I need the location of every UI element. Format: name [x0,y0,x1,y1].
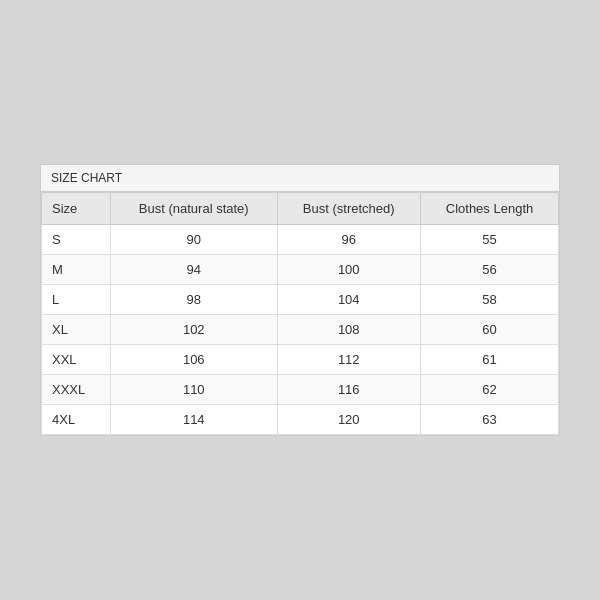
cell-clothes_length: 55 [420,225,558,255]
table-row: 4XL11412063 [42,405,559,435]
cell-bust_stretched: 100 [277,255,420,285]
table-title: SIZE CHART [41,165,559,192]
cell-bust_natural: 90 [111,225,277,255]
cell-bust_stretched: 112 [277,345,420,375]
col-header-size: Size [42,193,111,225]
table-row: L9810458 [42,285,559,315]
cell-bust_natural: 110 [111,375,277,405]
cell-clothes_length: 63 [420,405,558,435]
cell-size: XL [42,315,111,345]
table-row: S909655 [42,225,559,255]
cell-size: XXXL [42,375,111,405]
table-header-row: Size Bust (natural state) Bust (stretche… [42,193,559,225]
cell-bust_natural: 114 [111,405,277,435]
cell-size: 4XL [42,405,111,435]
cell-bust_stretched: 120 [277,405,420,435]
cell-clothes_length: 60 [420,315,558,345]
table-row: XXL10611261 [42,345,559,375]
col-header-clothes-length: Clothes Length [420,193,558,225]
table-row: XL10210860 [42,315,559,345]
cell-bust_stretched: 108 [277,315,420,345]
table-row: M9410056 [42,255,559,285]
cell-bust_stretched: 104 [277,285,420,315]
table-row: XXXL11011662 [42,375,559,405]
col-header-bust-natural: Bust (natural state) [111,193,277,225]
cell-bust_stretched: 116 [277,375,420,405]
col-header-bust-stretched: Bust (stretched) [277,193,420,225]
cell-bust_natural: 102 [111,315,277,345]
cell-bust_stretched: 96 [277,225,420,255]
cell-size: L [42,285,111,315]
cell-bust_natural: 106 [111,345,277,375]
cell-bust_natural: 94 [111,255,277,285]
size-chart-table: Size Bust (natural state) Bust (stretche… [41,192,559,435]
cell-clothes_length: 62 [420,375,558,405]
table-body: S909655M9410056L9810458XL10210860XXL1061… [42,225,559,435]
cell-size: M [42,255,111,285]
cell-size: S [42,225,111,255]
cell-clothes_length: 58 [420,285,558,315]
cell-bust_natural: 98 [111,285,277,315]
cell-size: XXL [42,345,111,375]
cell-clothes_length: 56 [420,255,558,285]
cell-clothes_length: 61 [420,345,558,375]
size-chart-container: SIZE CHART Size Bust (natural state) Bus… [40,164,560,436]
